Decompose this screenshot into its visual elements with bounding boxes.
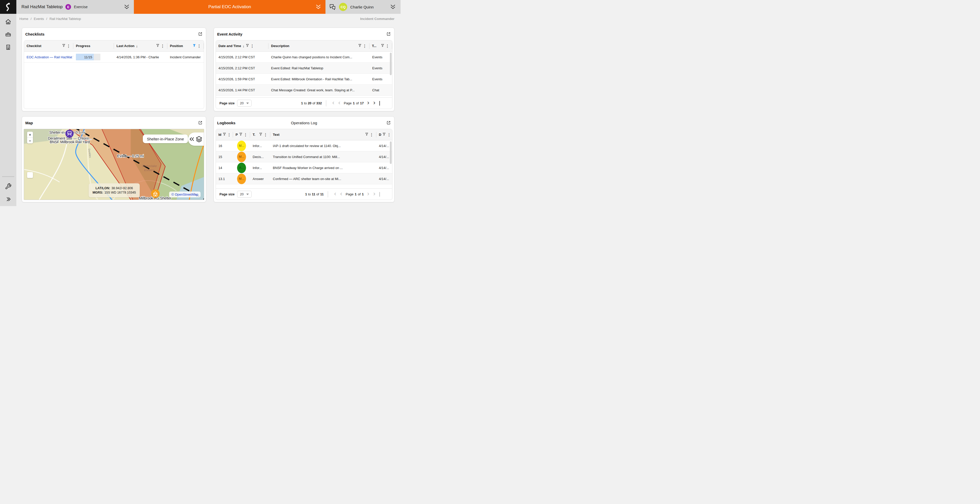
checklists-table-body: EOC Activation — Rail HazMat Tabletop 11… (24, 52, 204, 108)
building-icon[interactable] (5, 44, 11, 51)
column-menu-icon[interactable]: ⋮ (250, 44, 254, 48)
column-menu-icon[interactable]: ⋮ (161, 44, 164, 48)
open-map-icon[interactable] (198, 120, 203, 125)
shelter-marker[interactable] (151, 190, 160, 198)
logbook-row[interactable]: 16 M... Infor... IAP-1 draft circulated … (216, 140, 392, 152)
filter-icon[interactable] (223, 133, 226, 137)
column-menu-icon[interactable]: ⋮ (197, 44, 201, 48)
logbook-row[interactable]: 14 A... Infor... BNSF Roadway Worker in … (216, 163, 392, 173)
filter-icon[interactable] (62, 44, 65, 48)
toolbox-icon[interactable] (5, 31, 11, 38)
filter-icon[interactable] (259, 133, 262, 137)
event-row[interactable]: 4/15/2026, 2:12 PM CST Event Edited: Rai… (216, 63, 392, 73)
last-page-button[interactable]: › (373, 100, 375, 106)
checklists-table-header: Checklist ⋮ Progress Last Action ↓ (24, 40, 204, 52)
user-menu-chevron-icon[interactable] (390, 4, 396, 10)
breadcrumb-home[interactable]: Home (19, 17, 29, 21)
sort-desc-icon[interactable]: ↓ (136, 44, 138, 48)
logbook-row[interactable]: 13.1 M... Answer Confirmed — ARC shelter… (216, 173, 392, 184)
page-size-select[interactable]: 20 (237, 191, 251, 198)
expand-sidebar-icon[interactable] (5, 196, 11, 203)
activation-banner-chevron-icon[interactable] (315, 4, 321, 10)
column-menu-icon[interactable]: ⋮ (387, 133, 391, 137)
event-activity-card: Event Activity Date and Time ↓ ⋮ (213, 28, 395, 111)
last-page-button[interactable]: › (373, 191, 375, 197)
event-row[interactable]: 4/15/2026, 2:12 PM CST Charlie Quinn has… (216, 52, 392, 63)
pager-page-text: Page 1 of 17 (344, 101, 364, 105)
map-title: Map (25, 121, 33, 125)
sort-desc-icon[interactable]: ↓ (243, 44, 245, 48)
user-header: CQ Charlie Quinn (326, 0, 401, 14)
chat-icon[interactable] (329, 3, 336, 11)
first-page-button[interactable]: ‹ (334, 191, 336, 197)
col-description: Description (271, 44, 290, 48)
next-page-button[interactable]: › (367, 100, 370, 106)
column-menu-icon[interactable]: ⋮ (363, 44, 367, 48)
page-size-value: 20 (240, 192, 243, 196)
first-page-button[interactable]: ‹ (332, 100, 335, 106)
log-text: IAP-1 draft circulated for review at 114… (270, 144, 376, 148)
log-id: 13.1 (216, 177, 233, 181)
open-logbooks-icon[interactable] (386, 120, 391, 125)
logbook-row[interactable]: 15 M... Decis... Transition to Unified C… (216, 152, 392, 163)
checklist-link[interactable]: EOC Activation — Rail HazMat Tabletop (24, 55, 73, 59)
log-text: Transition to Unified Command at 1100: M… (270, 155, 376, 159)
map-attribution[interactable]: © OpenStreetMap (169, 191, 200, 198)
column-menu-icon[interactable]: ⋮ (370, 133, 374, 137)
event-row[interactable]: 4/15/2026, 1:44 PM CST Chat Message Crea… (216, 85, 392, 96)
zoom-in-button[interactable]: + (27, 132, 33, 137)
activation-banner[interactable]: Partial EOC Activation (134, 0, 326, 14)
zoom-out-button[interactable]: − (27, 137, 33, 144)
filter-icon[interactable] (156, 44, 159, 48)
filter-icon[interactable] (383, 133, 385, 137)
column-menu-icon[interactable]: ⋮ (228, 133, 231, 137)
filter-icon[interactable] (246, 44, 249, 48)
page-size-select[interactable]: 20 (237, 100, 251, 107)
current-role-label: Incident Commander (360, 17, 395, 21)
open-event-activity-icon[interactable] (386, 32, 391, 36)
col-position: Position (170, 44, 183, 48)
layers-control[interactable] (188, 132, 204, 146)
prev-page-button[interactable]: ‹ (338, 100, 340, 106)
event-menu-chevron-icon[interactable] (124, 4, 130, 10)
log-type: Answer (250, 177, 270, 181)
breadcrumb-separator: / (31, 17, 32, 21)
filter-icon[interactable] (358, 44, 361, 48)
checklist-row[interactable]: EOC Activation — Rail HazMat Tabletop 11… (24, 52, 204, 63)
map-viewport[interactable]: Dunkles Tehuco Court Timberlake Estates … (24, 129, 204, 200)
col-type: T... (372, 44, 376, 48)
breadcrumb-events[interactable]: Events (34, 17, 44, 21)
filter-active-icon[interactable] (193, 44, 196, 48)
column-menu-icon[interactable]: ⋮ (264, 133, 267, 137)
map-side-button[interactable] (27, 172, 33, 178)
logbooks-subtitle: Operations Log (214, 121, 394, 125)
app-logo[interactable] (0, 0, 16, 14)
top-bar: Rail HazMat Tabletop E Exercise Partial … (0, 0, 401, 14)
derailment-site-marker[interactable] (65, 130, 73, 138)
breadcrumb-separator: / (46, 17, 47, 21)
next-page-button[interactable]: › (367, 191, 370, 197)
breadcrumb: Home / Events / Rail HazMat Tabletop Inc… (16, 14, 401, 24)
map-label-evac: EVAC — 0.25 mi (117, 154, 144, 158)
checklist-progress-bar: 11/15 (76, 54, 100, 61)
event-type: Events (370, 77, 392, 81)
pager-page-text: Page 1 of 1 (346, 192, 364, 196)
table-scrollbar[interactable] (390, 53, 391, 75)
open-checklists-icon[interactable] (198, 32, 203, 36)
table-scrollbar[interactable] (390, 141, 391, 164)
logbooks-table: Id ⋮ P ⋮ T. (216, 129, 392, 200)
column-menu-icon[interactable]: ⋮ (244, 133, 248, 137)
column-menu-icon[interactable]: ⋮ (385, 44, 389, 48)
column-menu-icon[interactable]: ⋮ (67, 44, 70, 48)
log-date: 4/14/... (376, 177, 392, 181)
user-avatar[interactable]: CQ (339, 3, 347, 11)
event-row[interactable]: 4/15/2026, 1:59 PM CST Event Edited: Mil… (216, 73, 392, 85)
filter-icon[interactable] (239, 133, 242, 137)
home-icon[interactable] (5, 18, 11, 25)
tools-icon[interactable] (5, 183, 11, 190)
event-activity-table: Date and Time ↓ ⋮ Description ⋮ (216, 40, 392, 109)
filter-icon[interactable] (381, 44, 384, 48)
checklist-position: Incident Commander (167, 55, 204, 59)
filter-icon[interactable] (365, 133, 368, 137)
prev-page-button[interactable]: ‹ (340, 191, 342, 197)
